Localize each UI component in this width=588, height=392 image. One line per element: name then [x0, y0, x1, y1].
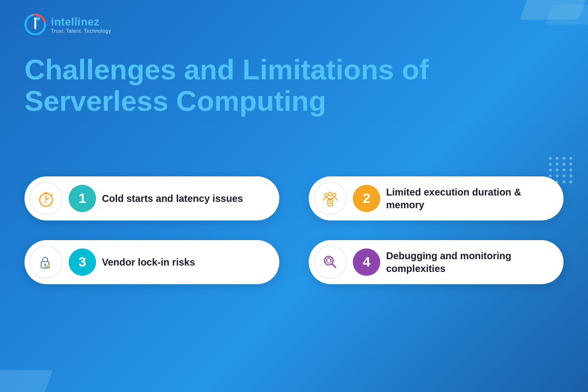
svg-point-14: [333, 194, 336, 197]
title-line2: Serverless Computing: [24, 85, 441, 117]
svg-point-26: [327, 258, 331, 264]
svg-line-27: [325, 259, 327, 260]
title-section: Challenges and Limitations of Serverless…: [24, 54, 441, 117]
cards-grid: ms 1 Cold starts and latency issues: [24, 176, 564, 284]
card-1-number: 1: [69, 185, 96, 212]
svg-line-25: [332, 264, 336, 268]
brand-name: intellinez: [51, 16, 111, 28]
deco-bottom-left: [0, 363, 59, 392]
search-bug-icon: [321, 253, 339, 271]
card-2: 2 Limited execution duration & memory: [309, 176, 564, 220]
card-3-text: Vendor lock-in risks: [102, 256, 195, 269]
svg-point-12: [325, 194, 328, 197]
logo: intellinez Trust. Talent. Technology: [24, 14, 111, 35]
svg-text:ms: ms: [44, 200, 47, 203]
card-2-icon-wrapper: [314, 182, 347, 215]
card-2-text: Limited execution duration & memory: [386, 186, 554, 211]
title-line1: Challenges and Limitations of: [24, 54, 441, 85]
card-3-icon-wrapper: [29, 245, 63, 279]
card-3: 3 Vendor lock-in risks: [24, 240, 279, 284]
brand-name-highlight: i: [51, 16, 54, 28]
card-1-text: Cold starts and latency issues: [102, 192, 243, 205]
svg-rect-15: [328, 199, 333, 206]
card-4-text: Debugging and monitoring complexities: [386, 249, 554, 275]
card-4-icon-wrapper: [314, 245, 347, 279]
stopwatch-icon: ms: [37, 190, 55, 207]
svg-line-31: [328, 257, 328, 258]
lock-icon: [37, 253, 55, 271]
card-3-number: 3: [69, 248, 96, 276]
brand-tagline: Trust. Talent. Technology: [51, 28, 111, 34]
card-1: ms 1 Cold starts and latency issues: [24, 176, 279, 220]
card-4: 4 Debugging and monitoring complexities: [309, 240, 564, 284]
logo-icon: [24, 14, 46, 35]
svg-point-4: [34, 18, 37, 20]
deco-top-right: [500, 0, 588, 39]
card-4-number: 4: [353, 248, 380, 276]
svg-point-13: [329, 193, 332, 196]
svg-line-10: [51, 195, 52, 196]
svg-line-32: [329, 257, 330, 258]
logo-text: intellinez Trust. Talent. Technology: [51, 16, 111, 34]
svg-point-2: [37, 17, 40, 21]
team-icon: [321, 190, 339, 207]
background: intellinez Trust. Talent. Technology Cha…: [0, 0, 588, 392]
card-1-icon-wrapper: ms: [29, 182, 63, 215]
card-2-number: 2: [353, 185, 380, 212]
svg-line-28: [331, 259, 332, 260]
svg-point-23: [48, 267, 49, 268]
